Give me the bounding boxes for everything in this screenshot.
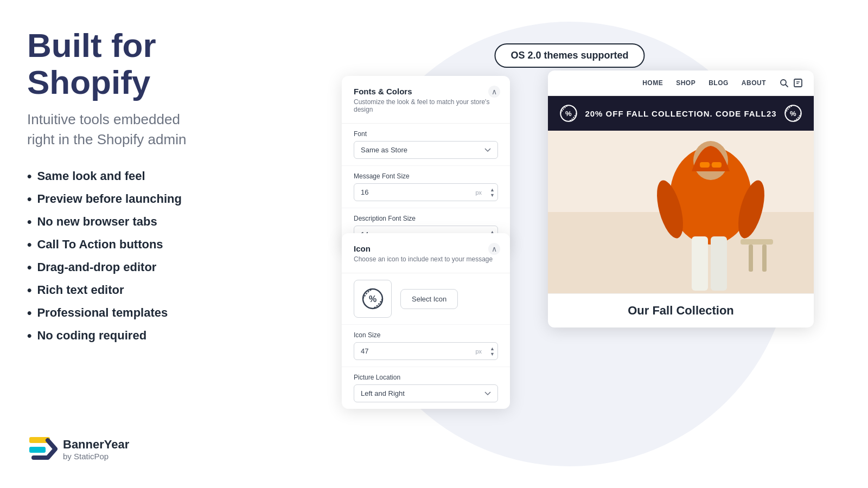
icon-selector-row: % Select Icon [342,273,510,324]
picture-location-field: Picture Location Left and Right [342,367,510,409]
hero-svg [548,131,814,293]
svg-rect-6 [794,79,802,87]
os-badge: OS 2.0 themes supported [494,43,644,68]
picture-location-wrapper: Left and Right [354,384,498,402]
msg-font-size-arrows[interactable]: ▲ ▼ [490,187,495,197]
svg-rect-18 [712,162,722,168]
brand-text: BannerYear by StaticPop [63,438,129,461]
picture-location-label: Picture Location [354,374,498,381]
feature-item: Professional templates [27,305,244,320]
right-section: OS 2.0 themes supported Fonts & Colors C… [271,0,868,488]
feature-item: Drag-and-drop editor [27,260,244,275]
svg-rect-17 [700,162,710,168]
msg-font-size-unit: px [475,189,482,196]
subtitle: Intuitive tools embedded right in the Sh… [27,110,244,149]
search-icon[interactable] [779,78,789,88]
close-icon2[interactable]: ∧ [488,243,500,255]
arrow-down-icon[interactable]: ▼ [490,192,495,197]
store-hero-image [548,131,814,293]
icon-size-unit: px [475,348,482,355]
store-caption: Our Fall Collection [548,293,814,328]
picture-location-select[interactable]: Left and Right [354,384,498,402]
store-preview-panel: HOME SHOP BLOG ABOUT [548,70,814,328]
store-nav: HOME SHOP BLOG ABOUT [548,70,814,96]
font-select-wrapper: Same as Store [354,141,498,159]
desc-font-size-label: Description Font Size [354,215,498,222]
svg-line-5 [786,85,788,87]
feature-item: Rich text editor [27,282,244,298]
icon-panel-desc: Choose an icon to include next to your m… [354,255,498,263]
arrow-up-icon3[interactable]: ▲ [490,346,495,351]
close-icon[interactable]: ∧ [488,86,500,98]
icon-preview: % [354,280,392,318]
svg-text:%: % [790,110,796,118]
nav-blog: BLOG [709,79,729,87]
main-title: Built for Shopify [27,27,244,101]
icon-size-field: Icon Size px ▲ ▼ [342,325,510,367]
nav-shop: SHOP [676,79,695,87]
feature-item: Call To Action buttons [27,237,244,252]
svg-rect-26 [762,245,767,272]
msg-font-size-field: Message Font Size px ▲ ▼ [342,166,510,208]
msg-font-size-label: Message Font Size [354,172,498,180]
arrow-up-icon[interactable]: ▲ [490,187,495,192]
icon-size-arrows[interactable]: ▲ ▼ [490,346,495,356]
account-icon[interactable] [793,78,803,88]
nav-home: HOME [642,79,663,87]
brand-logo-container: BannerYear by StaticPop [27,432,129,466]
left-section: Built for Shopify Intuitive tools embedd… [0,0,271,488]
svg-rect-24 [741,239,773,245]
panels-container: OS 2.0 themes supported Fonts & Colors C… [326,22,814,466]
feature-item: No new browser tabs [27,214,244,229]
brand-footer: BannerYear by StaticPop [27,432,244,466]
font-select[interactable]: Same as Store [354,141,498,159]
svg-text:%: % [369,294,376,304]
svg-rect-21 [711,236,727,291]
svg-rect-20 [692,236,708,291]
icon-panel-title: Icon [354,244,498,253]
admin-fonts-panel: Fonts & Colors Customize the look & feel… [342,76,510,250]
banner-text: 20% OFF FALL COLLECTION. CODE FALL23 [585,109,776,118]
fonts-panel-desc: Customize the look & feel to match your … [354,98,498,113]
font-label: Font [354,130,498,138]
icon-size-label: Icon Size [354,331,498,339]
store-banner: % 20% OFF FALL COLLECTION. CODE FALL23 % [548,96,814,131]
icon-size-wrapper: px ▲ ▼ [354,342,498,360]
feature-item: No coding required [27,328,244,343]
svg-rect-1 [29,447,46,453]
admin-icon-panel: Icon Choose an icon to include next to y… [342,233,510,409]
feature-item: Preview before launching [27,191,244,207]
brand-logo-icon [27,432,62,466]
svg-rect-25 [749,245,753,272]
feature-item: Same look and feel [27,169,244,184]
features-list: Same look and feelPreview before launchi… [27,169,244,343]
fonts-panel-title: Fonts & Colors [354,87,498,96]
arrow-down-icon3[interactable]: ▼ [490,351,495,356]
svg-text:%: % [565,110,572,118]
nav-about: ABOUT [742,79,766,87]
select-icon-button[interactable]: Select Icon [400,289,458,309]
msg-font-size-wrapper: px ▲ ▼ [354,183,498,201]
banner-right-icon: % [783,104,803,123]
font-field: Font Same as Store [342,124,510,165]
banner-left-icon: % [559,104,578,123]
nav-icons [779,78,803,88]
